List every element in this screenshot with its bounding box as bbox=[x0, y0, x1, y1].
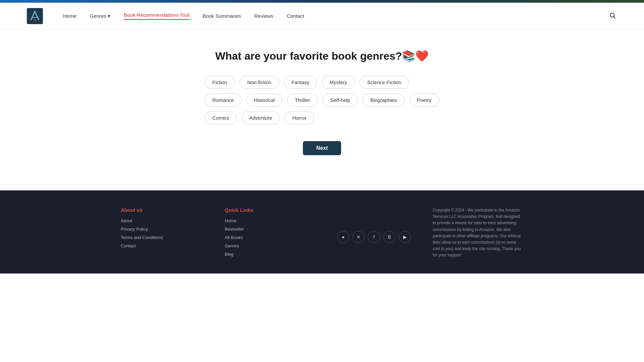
nav-genres[interactable]: Genres ▾ bbox=[90, 13, 110, 19]
header: Home Genres ▾ Book Recommendations Tool … bbox=[0, 3, 644, 29]
footer-about-link[interactable]: Terms and Conditions bbox=[121, 235, 211, 240]
genre-button[interactable]: Comics bbox=[205, 111, 237, 124]
next-button[interactable]: Next bbox=[303, 141, 341, 155]
nav-reviews[interactable]: Reviews bbox=[254, 13, 273, 19]
footer-about-section: About us AboutPrivacy PolicyTerms and Co… bbox=[121, 207, 211, 260]
footer-social-section: ●✕fB▶ bbox=[329, 207, 419, 260]
main-content: What are your favorite book genres?📚❤️ F… bbox=[0, 29, 644, 190]
pinterest-icon[interactable]: ● bbox=[337, 231, 349, 243]
footer-quick-link[interactable]: Genres bbox=[225, 243, 315, 248]
footer-quick-link[interactable]: Home bbox=[225, 218, 315, 223]
genre-button[interactable]: Adventure bbox=[241, 111, 280, 124]
chevron-down-icon: ▾ bbox=[108, 13, 110, 19]
genre-button[interactable]: Science Fiction bbox=[360, 76, 409, 89]
footer-copyright-section: Copyright © 2024 - We participate in the… bbox=[433, 207, 523, 260]
genre-button[interactable]: Poetry bbox=[409, 94, 439, 107]
search-icon bbox=[609, 12, 616, 19]
footer-quick-links-section: Quick Links HomeBestsellerAll BooksGenre… bbox=[225, 207, 315, 260]
genre-button[interactable]: Fantasy bbox=[284, 76, 317, 89]
genre-button[interactable]: Self-help bbox=[323, 94, 358, 107]
footer-quick-link[interactable]: All Books bbox=[225, 235, 315, 240]
genre-button[interactable]: Thriller bbox=[287, 94, 318, 107]
genre-button[interactable]: Fiction bbox=[205, 76, 235, 89]
question-title: What are your favorite book genres?📚❤️ bbox=[215, 50, 429, 62]
svg-line-2 bbox=[614, 17, 615, 18]
nav-book-summaries[interactable]: Book Summaries bbox=[203, 13, 241, 19]
footer: About us AboutPrivacy PolicyTerms and Co… bbox=[0, 190, 644, 274]
footer-about-link[interactable]: About bbox=[121, 218, 211, 223]
logo-area bbox=[27, 8, 43, 24]
genres-grid: FictionNon-fictionFantasyMysteryScience … bbox=[205, 76, 439, 124]
footer-about-link[interactable]: Privacy Policy bbox=[121, 227, 211, 232]
footer-quick-link[interactable]: Bestseller bbox=[225, 227, 315, 232]
footer-quick-link[interactable]: Blog bbox=[225, 252, 315, 257]
genre-button[interactable]: Mystery bbox=[322, 76, 355, 89]
nav-contact[interactable]: Contact bbox=[287, 13, 304, 19]
logo-icon bbox=[27, 8, 43, 24]
nav-book-recommendations[interactable]: Book Recommendations Tool bbox=[124, 12, 189, 20]
footer-about-heading: About us bbox=[121, 207, 211, 213]
top-bar bbox=[0, 0, 644, 3]
youtube-icon[interactable]: ▶ bbox=[399, 231, 411, 243]
nav-home[interactable]: Home bbox=[63, 13, 76, 19]
genre-button[interactable]: Historical bbox=[246, 94, 282, 107]
x-twitter-icon[interactable]: ✕ bbox=[353, 231, 365, 243]
footer-quick-links-heading: Quick Links bbox=[225, 207, 315, 213]
genre-button[interactable]: Biographies bbox=[363, 94, 405, 107]
genre-button[interactable]: Romance bbox=[205, 94, 241, 107]
main-nav: Home Genres ▾ Book Recommendations Tool … bbox=[63, 12, 608, 20]
copyright-text: Copyright © 2024 - We participate in the… bbox=[433, 207, 523, 259]
bookmark-icon[interactable]: B bbox=[383, 231, 395, 243]
genre-button[interactable]: Horror bbox=[284, 111, 314, 124]
genre-button[interactable]: Non-fiction bbox=[239, 76, 279, 89]
search-button[interactable] bbox=[608, 11, 617, 21]
footer-about-link[interactable]: Contact bbox=[121, 243, 211, 248]
facebook-icon[interactable]: f bbox=[368, 231, 380, 243]
